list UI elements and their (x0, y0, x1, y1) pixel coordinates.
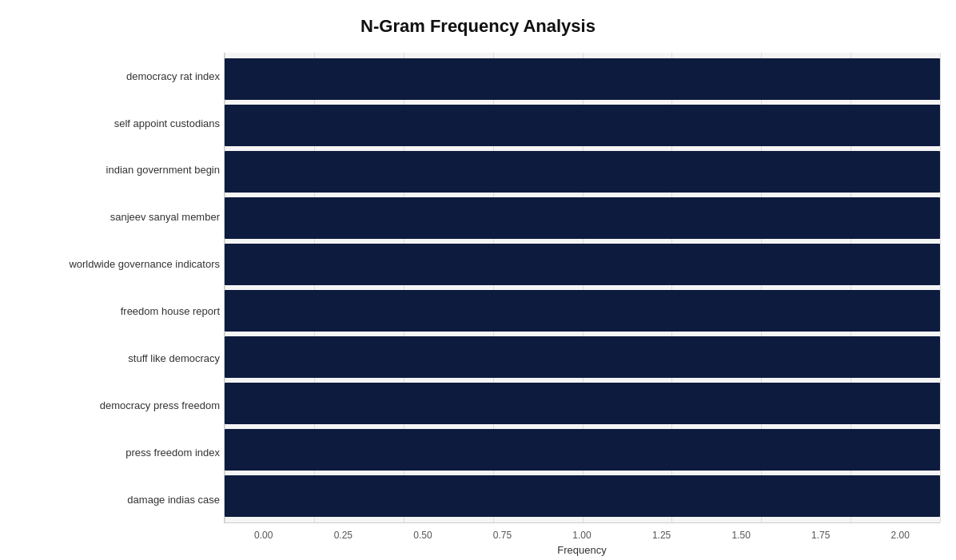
bar (225, 151, 940, 193)
bar (225, 475, 940, 517)
y-label: democracy rat index (16, 53, 220, 100)
bar-row (225, 56, 940, 102)
bar (225, 383, 940, 424)
y-label: self appoint custodians (16, 100, 220, 147)
bars-wrapper (225, 53, 940, 522)
x-axis-labels: 0.000.250.500.751.001.251.501.752.00 (224, 523, 940, 541)
x-axis-label: 1.25 (622, 530, 702, 541)
x-axis-label: 0.75 (463, 530, 543, 541)
bar-row (225, 195, 940, 241)
bar-row (225, 473, 940, 519)
y-label: damage indias case (16, 476, 220, 523)
y-label: freedom house report (16, 288, 220, 336)
chart-container: N-Gram Frequency Analysis democracy rat … (0, 0, 956, 560)
bar-row (225, 241, 940, 288)
x-axis-label: 0.50 (383, 530, 463, 541)
bar-row (225, 380, 940, 427)
x-axis-label: 0.25 (304, 530, 384, 541)
bar (225, 429, 940, 471)
y-label: indian government begin (16, 147, 220, 194)
bar (225, 58, 940, 100)
bar (225, 290, 940, 332)
bar (225, 105, 940, 146)
bar-row (225, 102, 940, 149)
chart-title: N-Gram Frequency Analysis (16, 16, 940, 37)
y-labels: democracy rat indexself appoint custodia… (16, 53, 224, 523)
bar (225, 244, 940, 285)
x-axis-label: 0.00 (224, 530, 304, 541)
grid-and-bars: democracy rat indexself appoint custodia… (16, 53, 940, 523)
y-label: press freedom index (16, 429, 220, 476)
bar-row (225, 427, 940, 473)
bars-section (224, 53, 940, 523)
x-axis-label: 2.00 (861, 530, 941, 541)
bar (225, 197, 940, 239)
y-label: stuff like democracy (16, 335, 220, 382)
bar (225, 336, 940, 378)
bar-row (225, 149, 940, 195)
bar-row (225, 288, 940, 334)
y-label: democracy press freedom (16, 382, 220, 429)
grid-line (940, 53, 941, 522)
y-label: worldwide governance indicators (16, 241, 220, 288)
x-axis-title: Frequency (224, 544, 940, 556)
x-axis-label: 1.75 (781, 530, 861, 541)
x-axis-label: 1.50 (701, 530, 781, 541)
x-axis-label: 1.00 (542, 530, 622, 541)
y-label: sanjeev sanyal member (16, 194, 220, 241)
bar-row (225, 334, 940, 380)
chart-area: democracy rat indexself appoint custodia… (16, 53, 940, 485)
